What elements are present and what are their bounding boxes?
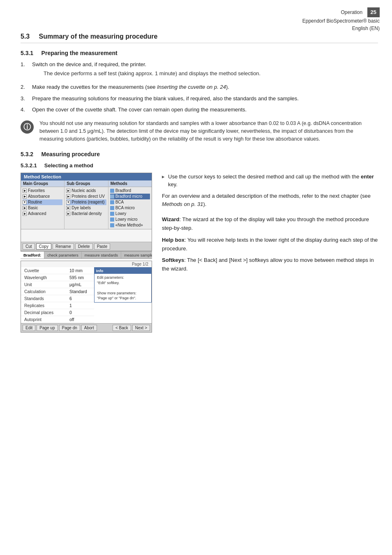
wizard-tab-0[interactable]: check parameters xyxy=(44,252,82,259)
list-item[interactable]: ▶ Bacterial density xyxy=(66,211,106,217)
wizard-description: Wizard: The wizard at the top of the dis… xyxy=(162,215,378,273)
method-icon xyxy=(110,206,114,210)
param-label-standards: Standards xyxy=(24,296,69,301)
sub-groups-header: Sub Groups xyxy=(65,180,108,187)
info-box: ⓘ You should not use any measuring solut… xyxy=(21,120,378,143)
abort-button[interactable]: Abort xyxy=(81,325,97,331)
list-item-selected[interactable]: ▼ Proteins (reagent) xyxy=(66,199,106,205)
steps-list: 1. Switch on the device and, if required… xyxy=(21,60,378,114)
header-language: English (EN) xyxy=(352,25,380,31)
list-item[interactable]: «New Method» xyxy=(110,222,150,228)
info-line-4: "Page up" or "Page dn". xyxy=(97,296,136,300)
list-item[interactable]: Bradford xyxy=(110,188,150,194)
folder-icon: ▶ xyxy=(23,212,27,216)
method-label: Bradford micro xyxy=(115,194,143,199)
folder-icon: ▶ xyxy=(23,189,27,193)
list-item[interactable]: ▶ Dye labels xyxy=(66,205,106,211)
edit-button[interactable]: Edit xyxy=(23,325,35,331)
main-group-label: Absorbance xyxy=(28,194,50,199)
step-2-num: 2. xyxy=(21,83,28,91)
wizard-text: : The wizard at the top of the display w… xyxy=(162,216,369,231)
cursor-keys-bullet: ▸ Use the cursor keys to select the desi… xyxy=(162,173,378,189)
method-label: BCA xyxy=(115,200,124,204)
param-screen: Page 1/2 Cuvette 10 mm Wavelength 595 nm xyxy=(21,261,152,333)
list-item-selected[interactable]: ▼ Routine xyxy=(23,199,62,205)
page-header: Operation 25 Eppendorf BioSpectrometer® … xyxy=(302,7,380,32)
section-5-3-1-heading: 5.3.1 Preparing the measurement xyxy=(21,50,378,56)
method-icon xyxy=(110,200,114,204)
cursor-keys-text: Use the cursor keys to select the desire… xyxy=(168,173,378,189)
param-value-calculation: Standard xyxy=(69,289,87,294)
section-5-3-2-1-title: Selecting a method xyxy=(44,162,93,169)
page-up-button[interactable]: Page up xyxy=(37,325,58,331)
list-item[interactable]: ▶ Nucleic acids xyxy=(66,188,106,194)
cut-button[interactable]: Cut xyxy=(23,243,35,250)
page-dn-button[interactable]: Page dn xyxy=(59,325,80,331)
method-label: Bradford xyxy=(115,188,131,193)
list-item[interactable]: ▶ Proteins direct UV xyxy=(66,194,106,199)
back-button[interactable]: < Back xyxy=(113,325,131,331)
list-item[interactable]: ▶ Absorbance xyxy=(23,194,62,199)
next-button[interactable]: Next > xyxy=(132,325,150,331)
info-line-3: Show more parameters: xyxy=(97,291,136,295)
bottom-bar-left: Edit Page up Page dn Abort xyxy=(23,325,97,331)
section-5-3-number: 5.3 xyxy=(21,33,30,40)
wizard-name: Bradford: xyxy=(21,252,44,259)
section-5-3-2-1-number: 5.3.2.1 xyxy=(21,162,37,169)
param-value-autoprint: off xyxy=(69,317,74,322)
param-row-replicates: Replicates 1 xyxy=(21,302,94,309)
param-value-replicates: 1 xyxy=(69,303,72,308)
sub-groups-items: ▶ Nucleic acids ▶ Proteins direct UV ▼ P… xyxy=(65,187,108,217)
step-3-text: Prepare the measuring solutions for meas… xyxy=(32,95,299,102)
main-groups-header: Main Groups xyxy=(21,180,64,187)
method-label: Lowry micro xyxy=(115,217,138,222)
list-item[interactable]: Lowry micro xyxy=(110,217,150,222)
wizard-tab-2[interactable]: measure samples xyxy=(121,252,152,259)
page-number: 25 xyxy=(367,7,380,17)
info-icon: ⓘ xyxy=(21,120,34,134)
list-item[interactable]: ▶ Favorites xyxy=(23,188,62,194)
folder-icon: ▶ xyxy=(23,194,27,199)
softkeys-text: : The [< Back] and [Next >] softkeys all… xyxy=(162,257,374,272)
step-1-num: 1. xyxy=(21,60,28,80)
method-icon xyxy=(110,223,114,227)
two-col-layout: Method Selection Main Groups ▶ Favorites… xyxy=(21,173,378,333)
list-item[interactable]: Lowry xyxy=(110,211,150,217)
folder-open-icon: ▼ xyxy=(23,200,27,204)
sub-group-label: Nucleic acids xyxy=(71,188,96,193)
section-5-3-2-heading: 5.3.2 Measuring procedure xyxy=(21,151,378,157)
main-content: 5.3 Summary of the measuring procedure 5… xyxy=(21,33,378,333)
right-description: ▸ Use the cursor keys to select the desi… xyxy=(162,173,378,333)
list-item[interactable]: BCA micro xyxy=(110,205,150,211)
main-group-label: Basic xyxy=(28,206,38,210)
step-2: 2. Make ready the cuvettes for the measu… xyxy=(21,83,378,91)
step-1: 1. Switch on the device and, if required… xyxy=(21,60,378,80)
section-5-3-2-1-heading: 5.3.2.1 Selecting a method xyxy=(21,162,378,169)
methods-header: Methods xyxy=(108,180,152,187)
step-4-num: 4. xyxy=(21,106,28,114)
wizard-tabs-bar: Bradford: check parameters measure stand… xyxy=(21,251,152,259)
delete-button[interactable]: Delete xyxy=(75,243,93,250)
method-selection-columns: Main Groups ▶ Favorites ▶ Absorbance xyxy=(21,180,152,229)
bullet-arrow-icon: ▸ xyxy=(162,173,165,189)
param-rows: Cuvette 10 mm Wavelength 595 nm Unit μg/… xyxy=(21,267,94,323)
sub-group-label: Proteins (reagent) xyxy=(71,200,104,204)
param-rows-container: Cuvette 10 mm Wavelength 595 nm Unit μg/… xyxy=(21,267,152,323)
folder-open-icon: ▼ xyxy=(66,200,70,204)
wizard-tab-1[interactable]: measure standards xyxy=(82,252,121,259)
param-label-unit: Unit xyxy=(24,282,69,287)
sub-group-label: Proteins direct UV xyxy=(71,194,105,199)
rename-button[interactable]: Rename xyxy=(53,243,74,250)
section-5-3-heading: 5.3 Summary of the measuring procedure xyxy=(21,33,378,43)
copy-button[interactable]: Copy xyxy=(36,243,51,250)
list-item[interactable]: ▶ Basic xyxy=(23,205,62,211)
list-item[interactable]: BCA xyxy=(110,199,150,205)
param-row-standards: Standards 6 xyxy=(21,295,94,302)
param-row-wavelength: Wavelength 595 nm xyxy=(21,274,94,281)
info-box-text: You should not use any measuring solutio… xyxy=(39,120,378,143)
list-item-active[interactable]: Bradford micro xyxy=(110,194,150,199)
list-item[interactable]: ▶ Advanced xyxy=(23,211,62,217)
paste-button[interactable]: Paste xyxy=(94,243,111,250)
method-icon xyxy=(110,194,114,199)
folder-icon: ▶ xyxy=(66,194,70,199)
